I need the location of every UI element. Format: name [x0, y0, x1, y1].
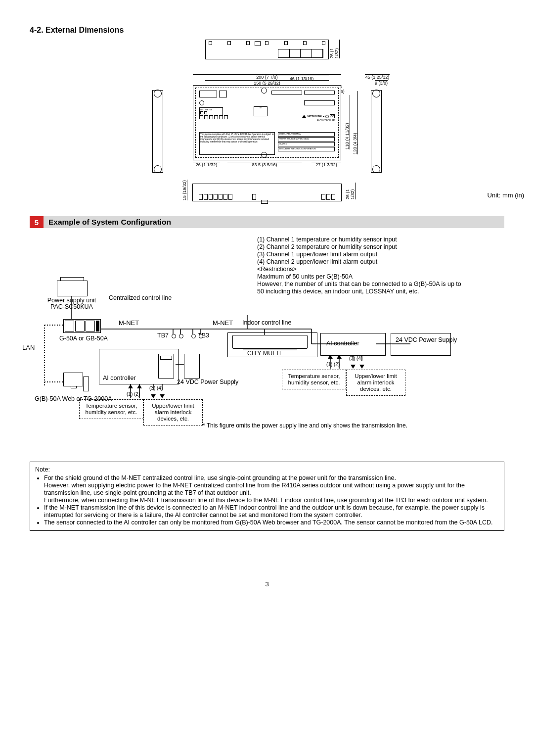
model-k: MODEL: [279, 133, 286, 135]
ai1-sensor-box: Temperature sensor, humidity sensor, etc…: [79, 399, 143, 419]
ai2-sensor-box: Temperature sensor, humidity sensor, etc…: [282, 370, 346, 389]
ccl-label: Centralized control line: [109, 294, 172, 301]
system-config-figure: (1) Channel 1 temperature or humidity se…: [30, 236, 504, 444]
tb7-label: TB7: [157, 332, 169, 339]
diagram-footnote: * This figure omits the power supply lin…: [203, 422, 490, 429]
dim-front-view: 200 (7 7/8) 150 (5 29/32) 4.5 (3/16): [193, 85, 341, 160]
g50-label: G-50A or GB-50A: [59, 335, 108, 342]
dim-side-sub: 9 (3/8): [375, 81, 388, 86]
section-5-num: 5: [30, 216, 44, 228]
ai1-label: AI controller: [103, 375, 136, 381]
spec-line1: POWER SOURCE 24V DC 0.02A: [278, 137, 335, 142]
dim-top-h: 26 (1 1/32): [329, 48, 339, 58]
cfg-l4: (4) Channel 2 upper/lower limit alarm ou…: [257, 258, 465, 266]
ai2-n12: (1) (2): [326, 362, 340, 367]
dim-f-w1: 200 (7 7/8): [256, 75, 278, 80]
note-b1b: However, when supplying electric power t…: [44, 482, 465, 496]
dim-bracket-left: [152, 90, 163, 173]
psu-label: Power supply unit: [47, 297, 96, 304]
pc-icon: [63, 373, 85, 392]
section-5-header: 5 Example of System Configuration: [30, 216, 504, 228]
corp-text: MITSUBISHI ELECTRIC CORPORATION: [278, 147, 335, 151]
ai1-n34: (3) (4): [149, 385, 163, 391]
ai2-n34: (3) (4): [349, 356, 362, 361]
city-label: CITY MULTI: [247, 350, 281, 357]
lan-label: LAN: [22, 344, 35, 351]
fcc-text: This device complies with Part 15 of the…: [199, 132, 275, 155]
note-b3: The sensor connected to the AI controlle…: [44, 519, 499, 526]
note-head: Note:: [35, 466, 499, 473]
cfg-l3: (3) Channel 1 upper/lower limit alarm ou…: [257, 251, 465, 258]
cfg-l2: (2) Channel 2 temperature or humidity se…: [257, 243, 465, 251]
spec-line2: CLASS 2: [278, 142, 335, 146]
ai1-n12: (1) (2): [127, 391, 140, 397]
sub-text: AI CONTROLLER: [317, 119, 335, 122]
dim-left-off: 15 (19/32): [182, 180, 187, 200]
dim-btm-h: 26 (1 1/32): [345, 189, 355, 199]
ai1-icon: [158, 354, 174, 378]
page-number: 3: [30, 580, 504, 588]
dim-f-bc: 83.5 (3 5/16): [252, 162, 277, 167]
dim-bracket-right: [371, 90, 382, 173]
note-b1c: Furthermore, when connecting the M-NET t…: [44, 497, 488, 504]
psu-icon: [57, 281, 88, 296]
ai1-alarm-box: Upper/lower limit alarm interlock device…: [143, 399, 203, 425]
ai2-alarm-box: Upper/lower limit alarm interlock device…: [346, 370, 405, 396]
unit-label: Unit: mm (in): [488, 191, 524, 199]
psu-model: PAC-SC50KUA: [50, 303, 93, 310]
dim-f-bl: 26 (1 1/32): [196, 162, 218, 167]
ai2-label: AI controller: [326, 340, 359, 347]
icl-label: Indoor control line: [242, 319, 291, 326]
dim-f-h1: 110 (4 11/32): [345, 123, 350, 149]
pwr1-icon: [184, 354, 200, 378]
pwr1-label: 24 VDC Power Supply: [177, 378, 217, 385]
mnet-l1: M-NET: [119, 319, 139, 327]
external-dimensions-figure: 46 (1 13/16) 26 (1 1/32) 200 (7 7/8) 150…: [74, 40, 460, 201]
note-box: Note: For the shield ground of the M-NET…: [30, 462, 504, 531]
mnet-l2: M-NET: [213, 319, 233, 327]
pwr2-label: 24 VDC Power Supply: [396, 336, 445, 343]
section-5-title: Example of System Configuration: [44, 216, 504, 228]
note-b2: If the M-NET transmission line of this d…: [44, 504, 499, 519]
cfg-r1: Maximum of 50 units per G(B)-50A: [257, 273, 465, 281]
cfg-rh: <Restrictions>: [257, 266, 465, 273]
g50-icon: [63, 319, 101, 333]
cfg-l1: (1) Channel 1 temperature or humidity se…: [257, 236, 465, 243]
dim-bottom-view: [192, 184, 342, 201]
dim-f-h2: 120 (4 3/4): [353, 133, 357, 154]
dim-top-view: 46 (1 13/16) 26 (1 1/32): [205, 40, 329, 74]
note-b1a: For the shield ground of the M-NET centr…: [44, 474, 396, 481]
brand-text: MITSUBISHI: [308, 115, 322, 118]
config-diagram: Power supply unit PAC-SC50KUA Centralize…: [30, 281, 490, 439]
dim-f-br: 27 (1 3/32): [315, 162, 337, 167]
section-4-2-title: 4-2. External Dimensions: [30, 26, 504, 35]
model-v: PAC-YG63MCA: [286, 133, 300, 135]
dim-side-top: 45 (1 25/32): [365, 75, 390, 80]
